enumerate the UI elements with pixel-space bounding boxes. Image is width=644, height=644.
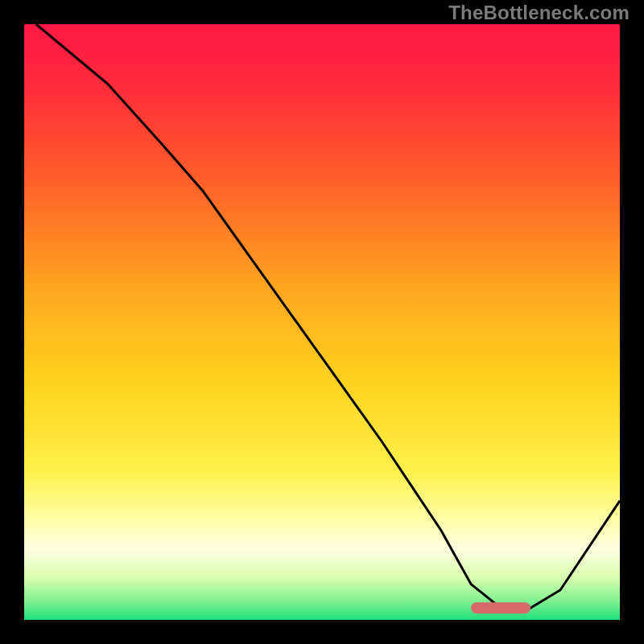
- watermark-label: TheBottleneck.com: [448, 2, 630, 24]
- chart-container: TheBottleneck.com: [0, 0, 644, 644]
- optimal-range-marker: [471, 602, 530, 613]
- gradient-background: [24, 24, 620, 620]
- bottleneck-plot: [24, 24, 620, 620]
- plot-frame: [24, 24, 620, 620]
